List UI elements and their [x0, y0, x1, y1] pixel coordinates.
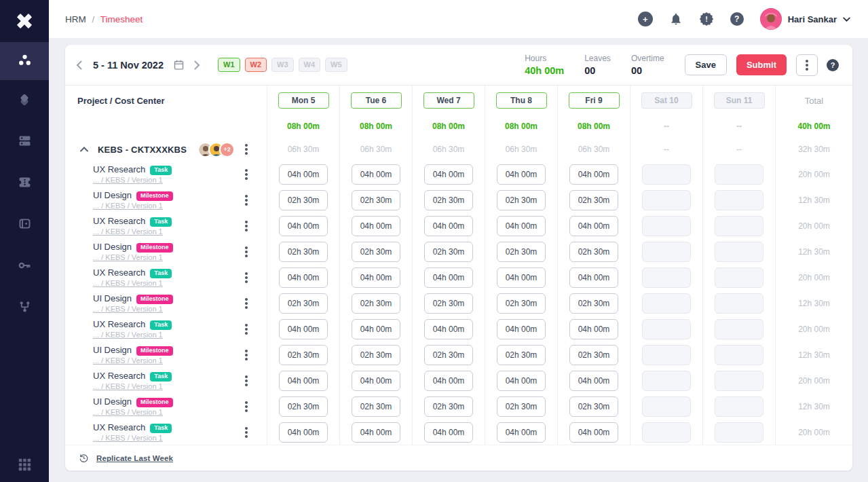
day-chip-thu-8[interactable]: Thu 8	[496, 92, 547, 109]
sidebar-item-wallet[interactable]	[0, 204, 49, 246]
week-chip-w4[interactable]: W4	[299, 58, 321, 72]
time-input[interactable]	[497, 422, 546, 443]
time-input[interactable]	[352, 267, 400, 288]
task-path-link[interactable]: ... / KEBS / Version 1	[93, 253, 163, 261]
add-icon[interactable]: +	[638, 12, 653, 26]
sidebar-item-apps[interactable]	[0, 447, 49, 482]
time-input[interactable]	[424, 345, 473, 365]
sidebar-item-handshake[interactable]	[0, 80, 49, 122]
task-path-link[interactable]: ... / KEBS / Version 1	[93, 279, 163, 287]
time-input[interactable]	[279, 242, 328, 262]
notifications-bell-icon[interactable]	[669, 12, 683, 26]
sidebar-item-people[interactable]	[0, 42, 49, 80]
more-actions-button[interactable]	[796, 54, 818, 76]
time-input[interactable]	[424, 319, 473, 339]
time-input[interactable]	[424, 422, 473, 443]
time-input[interactable]	[569, 371, 618, 391]
time-input[interactable]	[279, 216, 328, 236]
time-input[interactable]	[569, 396, 618, 417]
task-menu-button[interactable]	[240, 245, 253, 259]
week-chip-w5[interactable]: W5	[325, 58, 347, 72]
task-path-link[interactable]: ... / KEBS / Version 1	[93, 202, 163, 210]
time-input[interactable]	[569, 164, 618, 185]
save-button[interactable]: Save	[685, 54, 727, 75]
replicate-last-week-link[interactable]: Replicate Last Week	[96, 454, 173, 462]
collapse-group-button[interactable]	[79, 145, 90, 153]
task-path-link[interactable]: ... / KEBS / Version 1	[93, 331, 163, 339]
time-input[interactable]	[279, 371, 328, 391]
time-input[interactable]	[497, 293, 546, 314]
breadcrumb-section[interactable]: HRM	[65, 14, 86, 24]
time-input[interactable]	[424, 371, 473, 391]
time-input[interactable]	[424, 164, 473, 185]
time-input[interactable]	[279, 345, 328, 365]
day-chip-mon-5[interactable]: Mon 5	[278, 92, 329, 109]
day-chip-fri-9[interactable]: Fri 9	[569, 92, 620, 109]
task-menu-button[interactable]	[240, 348, 253, 362]
task-menu-button[interactable]	[240, 271, 253, 284]
time-input[interactable]	[497, 216, 546, 236]
task-menu-button[interactable]	[240, 374, 253, 388]
time-input[interactable]	[569, 319, 618, 339]
prev-week-button[interactable]	[75, 59, 83, 71]
task-path-link[interactable]: ... / KEBS / Version 1	[93, 227, 163, 236]
time-input[interactable]	[569, 190, 618, 210]
sidebar-item-workflow[interactable]	[0, 287, 49, 329]
week-chip-w2[interactable]: W2	[245, 58, 267, 72]
time-input[interactable]	[424, 267, 473, 288]
time-input[interactable]	[279, 164, 328, 185]
submit-button[interactable]: Submit	[736, 54, 787, 75]
time-input[interactable]	[569, 216, 618, 236]
task-path-link[interactable]: ... / KEBS / Version 1	[93, 382, 163, 390]
time-input[interactable]	[497, 345, 546, 365]
time-input[interactable]	[497, 164, 546, 185]
task-menu-button[interactable]	[240, 400, 253, 413]
time-input[interactable]	[569, 267, 618, 288]
week-chip-w3[interactable]: W3	[271, 58, 294, 72]
task-path-link[interactable]: ... / KEBS / Version 1	[93, 408, 163, 416]
task-menu-button[interactable]	[240, 297, 253, 310]
app-logo[interactable]	[0, 0, 49, 42]
time-input[interactable]	[424, 242, 473, 262]
user-menu[interactable]: Hari Sankar	[760, 8, 850, 30]
time-input[interactable]	[569, 293, 618, 314]
time-input[interactable]	[279, 422, 328, 443]
timesheet-help-icon[interactable]: ?	[827, 59, 839, 71]
time-input[interactable]	[497, 371, 546, 391]
time-input[interactable]	[352, 422, 400, 443]
time-input[interactable]	[279, 319, 328, 339]
day-chip-wed-7[interactable]: Wed 7	[423, 92, 474, 109]
time-input[interactable]	[497, 319, 546, 339]
time-input[interactable]	[424, 396, 473, 417]
week-chip-w1[interactable]: W1	[218, 58, 240, 72]
task-menu-button[interactable]	[240, 322, 253, 336]
time-input[interactable]	[279, 190, 328, 210]
day-chip-tue-6[interactable]: Tue 6	[351, 92, 402, 109]
task-menu-button[interactable]	[240, 219, 253, 233]
time-input[interactable]	[569, 422, 618, 443]
time-input[interactable]	[352, 396, 400, 417]
time-input[interactable]	[352, 164, 400, 185]
task-menu-button[interactable]	[240, 168, 253, 181]
time-input[interactable]	[424, 190, 473, 210]
group-menu-button[interactable]	[240, 143, 253, 156]
calendar-button[interactable]	[172, 58, 186, 72]
help-icon[interactable]: ?	[730, 12, 744, 26]
time-input[interactable]	[497, 242, 546, 262]
task-path-link[interactable]: ... / KEBS / Version 1	[93, 356, 163, 365]
time-input[interactable]	[279, 293, 328, 314]
time-input[interactable]	[569, 242, 618, 262]
task-path-link[interactable]: ... / KEBS / Version 1	[93, 176, 163, 184]
time-input[interactable]	[352, 216, 400, 236]
time-input[interactable]	[352, 242, 400, 262]
time-input[interactable]	[279, 396, 328, 417]
time-input[interactable]	[279, 267, 328, 288]
task-menu-button[interactable]	[240, 193, 253, 207]
task-path-link[interactable]: ... / KEBS / Version 1	[93, 434, 163, 442]
time-input[interactable]	[497, 396, 546, 417]
time-input[interactable]	[424, 216, 473, 236]
time-input[interactable]	[352, 190, 400, 210]
task-path-link[interactable]: ... / KEBS / Version 1	[93, 305, 163, 313]
sidebar-item-ticket[interactable]	[0, 163, 49, 204]
sidebar-item-key[interactable]	[0, 246, 49, 287]
